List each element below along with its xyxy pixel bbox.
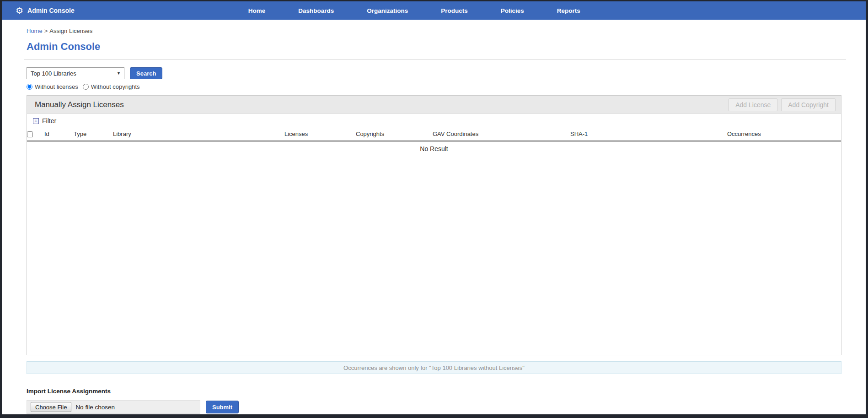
column-header-gav-coordinates[interactable]: GAV Coordinates (433, 128, 570, 141)
occurrences-notice-bar: Occurrences are shown only for "Top 100 … (27, 361, 841, 374)
file-input[interactable]: Choose File No file chosen (27, 400, 200, 414)
panel-title: Manually Assign Licenses (35, 100, 124, 109)
radio-without-licenses-input[interactable] (27, 84, 32, 90)
radio-without-licenses-label: Without licenses (35, 83, 78, 90)
nav-item-products[interactable]: Products (441, 7, 468, 14)
radio-without-copyrights-label: Without copyrights (91, 83, 140, 90)
column-header-licenses[interactable]: Licenses (284, 128, 356, 141)
radio-without-licenses[interactable]: Without licenses (27, 83, 78, 90)
choose-file-button[interactable]: Choose File (31, 402, 71, 412)
library-scope-select-value: Top 100 Libraries (31, 70, 76, 77)
page-content: Home>Assign Licenses Admin Console Top 1… (2, 20, 866, 414)
empty-table-message: No Result (27, 141, 841, 152)
radio-without-copyrights[interactable]: Without copyrights (83, 83, 140, 90)
filter-radio-group: Without licenses Without copyrights (27, 83, 841, 90)
panel-actions: Add License Add Copyright (729, 98, 836, 111)
section-divider (24, 59, 846, 60)
app-brand-label: Admin Console (27, 7, 75, 14)
breadcrumb: Home>Assign Licenses (27, 27, 841, 34)
expand-plus-icon[interactable]: + (33, 118, 39, 124)
primary-nav: Home Dashboards Organizations Products P… (248, 7, 580, 14)
filter-label[interactable]: Filter (42, 117, 56, 125)
top-navbar: ⚙ Admin Console Home Dashboards Organiza… (2, 1, 866, 20)
import-row: Choose File No file chosen Submit (27, 400, 841, 414)
add-copyright-button[interactable]: Add Copyright (781, 98, 836, 111)
breadcrumb-separator: > (44, 27, 48, 34)
search-button[interactable]: Search (130, 67, 162, 79)
add-license-button[interactable]: Add License (729, 98, 777, 111)
nav-item-dashboards[interactable]: Dashboards (298, 7, 334, 14)
chevron-down-icon: ▼ (117, 71, 121, 76)
occurrences-notice-text: Occurrences are shown only for "Top 100 … (343, 364, 525, 371)
gear-icon: ⚙ (16, 6, 23, 15)
page-title: Admin Console (27, 41, 841, 53)
select-all-checkbox[interactable] (27, 131, 33, 137)
assign-licenses-panel: Manually Assign Licenses Add License Add… (27, 95, 841, 355)
submit-button[interactable]: Submit (206, 401, 239, 413)
column-header-sha1[interactable]: SHA-1 (570, 128, 727, 141)
column-header-copyrights[interactable]: Copyrights (356, 128, 433, 141)
breadcrumb-current: Assign Licenses (49, 27, 92, 34)
column-header-library[interactable]: Library (113, 128, 284, 141)
column-header-type[interactable]: Type (74, 128, 113, 141)
app-brand[interactable]: ⚙ Admin Console (2, 6, 75, 15)
radio-without-copyrights-input[interactable] (83, 84, 89, 90)
search-row: Top 100 Libraries ▼ Search (27, 67, 841, 79)
nav-item-reports[interactable]: Reports (557, 7, 580, 14)
column-header-occurrences[interactable]: Occurrences (727, 128, 841, 141)
column-header-id[interactable]: Id (44, 128, 74, 141)
libraries-table: Id Type Library Licenses Copyrights GAV … (27, 128, 841, 141)
filter-toggle-row: + Filter (27, 114, 841, 128)
import-section-heading: Import License Assignments (27, 388, 841, 395)
nav-item-policies[interactable]: Policies (501, 7, 524, 14)
nav-item-organizations[interactable]: Organizations (367, 7, 408, 14)
library-scope-select[interactable]: Top 100 Libraries ▼ (27, 67, 124, 79)
file-status-text: No file chosen (75, 404, 115, 411)
table-header-row: Id Type Library Licenses Copyrights GAV … (27, 128, 841, 141)
panel-header: Manually Assign Licenses Add License Add… (27, 96, 841, 114)
breadcrumb-home-link[interactable]: Home (27, 27, 43, 34)
nav-item-home[interactable]: Home (248, 7, 266, 14)
